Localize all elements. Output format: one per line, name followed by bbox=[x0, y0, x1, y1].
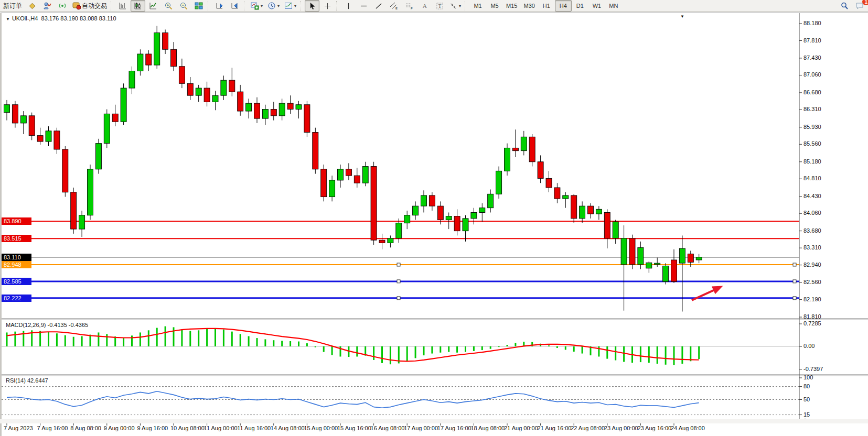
candle-bull[interactable] bbox=[696, 257, 702, 260]
candle-bear[interactable] bbox=[571, 195, 577, 219]
candle-bear[interactable] bbox=[54, 131, 60, 149]
candle-bear[interactable] bbox=[37, 136, 43, 141]
bar-chart-type-icon[interactable] bbox=[115, 0, 130, 12]
candlestick-chart-type-icon[interactable] bbox=[131, 0, 145, 12]
candle-bull[interactable] bbox=[505, 148, 510, 171]
candle-bear[interactable] bbox=[429, 195, 435, 206]
candle-bear[interactable] bbox=[171, 49, 177, 67]
candle-bear[interactable] bbox=[554, 188, 560, 199]
candle-bull[interactable] bbox=[471, 212, 477, 218]
candle-bull[interactable] bbox=[638, 247, 644, 265]
candle-bear[interactable] bbox=[688, 254, 693, 263]
candle-bull[interactable] bbox=[613, 222, 618, 238]
one-click-collapse-icon[interactable]: ▼ bbox=[6, 17, 10, 21]
candle-bear[interactable] bbox=[604, 212, 610, 238]
candle-bull[interactable] bbox=[329, 180, 335, 197]
timeframe-button-m30[interactable]: M30 bbox=[520, 0, 538, 12]
search-icon[interactable] bbox=[837, 0, 852, 12]
horizontal-line-tool-icon[interactable] bbox=[356, 0, 371, 12]
timeframe-button-mn[interactable]: MN bbox=[605, 0, 622, 12]
candle-bull[interactable] bbox=[129, 71, 135, 89]
market-watch-icon[interactable] bbox=[40, 0, 55, 12]
candle-bull[interactable] bbox=[496, 171, 502, 194]
candle-bull[interactable] bbox=[388, 238, 393, 243]
timeframe-button-m1[interactable]: M1 bbox=[469, 0, 486, 12]
new-order-button[interactable]: 新订单 bbox=[1, 0, 24, 12]
period-clock-button[interactable]: ▾ bbox=[265, 0, 282, 12]
signals-icon[interactable] bbox=[55, 0, 70, 12]
chat-button[interactable]: 1 bbox=[852, 0, 867, 12]
auto-trading-button[interactable]: 自动交易 bbox=[70, 0, 109, 12]
candle-bull[interactable] bbox=[362, 167, 368, 183]
zoom-out-icon[interactable] bbox=[176, 0, 191, 12]
candle-bull[interactable] bbox=[396, 223, 402, 238]
candle-bear[interactable] bbox=[437, 206, 443, 220]
timeframe-button-h1[interactable]: H1 bbox=[538, 0, 555, 12]
candle-bull[interactable] bbox=[421, 195, 427, 206]
profile-save-icon[interactable] bbox=[228, 0, 242, 12]
candle-bear[interactable] bbox=[529, 137, 535, 161]
candle-bear[interactable] bbox=[12, 105, 18, 123]
candle-bull[interactable] bbox=[154, 33, 160, 66]
candle-bull[interactable] bbox=[446, 216, 452, 220]
candle-bull[interactable] bbox=[46, 131, 51, 141]
timeframe-button-d1[interactable]: D1 bbox=[572, 0, 588, 12]
candle-bull[interactable] bbox=[296, 105, 302, 110]
candle-bear[interactable] bbox=[179, 67, 185, 84]
candle-bull[interactable] bbox=[88, 169, 93, 215]
candle-bear[interactable] bbox=[671, 260, 677, 281]
candle-bull[interactable] bbox=[563, 195, 569, 199]
candle-bear[interactable] bbox=[379, 240, 385, 243]
candle-bear[interactable] bbox=[163, 33, 168, 50]
candle-bear[interactable] bbox=[71, 192, 77, 229]
equidistant-channel-tool-icon[interactable]: E bbox=[387, 0, 401, 12]
line-handle[interactable] bbox=[397, 297, 400, 300]
candle-bull[interactable] bbox=[104, 114, 110, 143]
candle-bear[interactable] bbox=[229, 80, 235, 92]
candle-bear[interactable] bbox=[588, 206, 594, 214]
trendline-tool-icon[interactable] bbox=[371, 0, 386, 12]
candle-bear[interactable] bbox=[313, 132, 318, 169]
chart-shift-marker[interactable]: ▼ bbox=[680, 14, 684, 19]
line-handle[interactable] bbox=[793, 280, 796, 283]
candle-bull[interactable] bbox=[479, 208, 485, 213]
candle-bull[interactable] bbox=[596, 209, 602, 214]
candle-bear[interactable] bbox=[321, 169, 327, 197]
candle-bear[interactable] bbox=[271, 110, 276, 116]
crosshair-tool-icon[interactable] bbox=[320, 0, 335, 12]
candle-bull[interactable] bbox=[4, 105, 10, 113]
chart-canvas[interactable] bbox=[2, 13, 868, 436]
line-chart-type-icon[interactable] bbox=[146, 0, 160, 12]
arrows-tool-button[interactable]: ▾ bbox=[447, 0, 463, 12]
candle-bull[interactable] bbox=[121, 88, 126, 122]
candle-bear[interactable] bbox=[538, 162, 543, 179]
candle-bull[interactable] bbox=[621, 238, 627, 265]
profile-charts-icon[interactable] bbox=[212, 0, 227, 12]
candle-bull[interactable] bbox=[196, 88, 201, 95]
candle-bull[interactable] bbox=[338, 169, 344, 180]
candle-bear[interactable] bbox=[29, 116, 35, 136]
candle-bull[interactable] bbox=[137, 54, 143, 71]
chart-area[interactable]: ▼UKOil-,H4 83.176 83.190 83.088 83.110 ▼… bbox=[0, 13, 868, 436]
timeframe-button-h4[interactable]: H4 bbox=[555, 0, 572, 12]
candle-bear[interactable] bbox=[346, 169, 351, 176]
candle-bear[interactable] bbox=[354, 176, 360, 183]
candle-bull[interactable] bbox=[663, 266, 669, 281]
zoom-in-icon[interactable] bbox=[161, 0, 176, 12]
candle-bull[interactable] bbox=[246, 103, 252, 111]
timeframe-button-m15[interactable]: M15 bbox=[503, 0, 520, 12]
candle-bull[interactable] bbox=[580, 206, 585, 219]
candle-bull[interactable] bbox=[655, 263, 660, 265]
candle-bear[interactable] bbox=[204, 88, 210, 102]
line-handle[interactable] bbox=[397, 263, 400, 266]
candle-bear[interactable] bbox=[146, 54, 152, 65]
template-button[interactable]: ▾ bbox=[282, 0, 298, 12]
text-label-tool-icon[interactable]: T bbox=[432, 0, 447, 12]
candle-bull[interactable] bbox=[221, 80, 227, 95]
candle-bull[interactable] bbox=[463, 219, 468, 231]
candle-bear[interactable] bbox=[629, 238, 635, 265]
candle-bull[interactable] bbox=[646, 263, 652, 268]
candle-bull[interactable] bbox=[79, 215, 85, 229]
timeframe-button-w1[interactable]: W1 bbox=[588, 0, 605, 12]
line-handle[interactable] bbox=[793, 297, 796, 300]
